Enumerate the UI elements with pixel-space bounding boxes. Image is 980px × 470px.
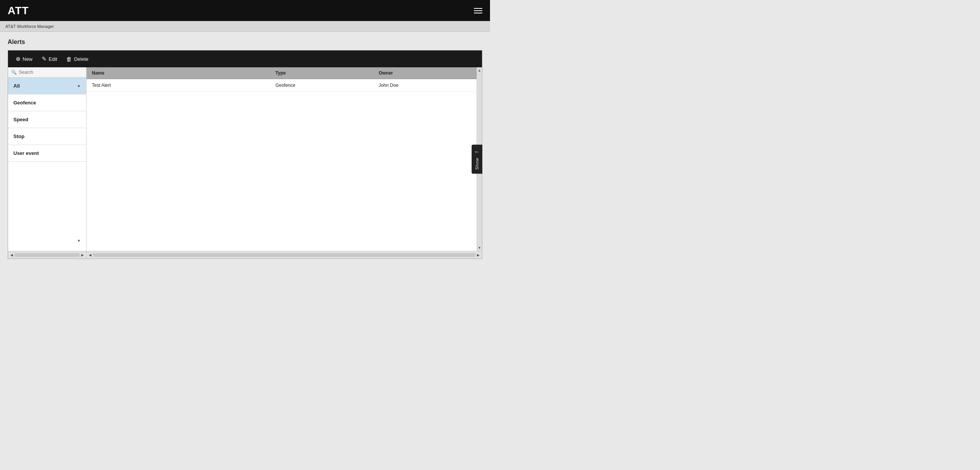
scroll-track-left[interactable] <box>15 253 80 257</box>
edit-label: Edit <box>49 56 57 62</box>
edit-icon: ✎ <box>42 55 47 62</box>
sidebar-item-stop[interactable]: Stop <box>8 128 86 145</box>
page-content: Alerts ⊕ New ✎ Edit 🗑 Delete 🔍 <box>0 32 490 266</box>
sidebar-item-geofence[interactable]: Geofence <box>8 94 86 111</box>
bottom-scroll-left: ◀ ▶ <box>8 251 87 259</box>
col-header-name: Name <box>87 67 270 79</box>
hamburger-line-1 <box>474 8 482 9</box>
sidebar-item-all[interactable]: All <box>8 78 86 94</box>
show-panel-label: Show <box>475 158 479 170</box>
sidebar-scroll-down-button[interactable]: ▼ <box>76 238 82 243</box>
sidebar-item-speed[interactable]: Speed <box>8 111 86 128</box>
new-button[interactable]: ⊕ New <box>13 54 36 64</box>
show-panel[interactable]: ← Show <box>472 145 482 174</box>
scroll-track-right[interactable] <box>93 253 475 257</box>
left-sidebar: 🔍 ▲ All Geofence Speed Stop User event ▼ <box>8 67 87 251</box>
row-type: Geofence <box>270 79 373 91</box>
row-name: Test Alert <box>87 79 270 91</box>
breadcrumb-text: AT&T Workforce Manager <box>5 24 54 29</box>
hamburger-line-3 <box>474 13 482 13</box>
search-input[interactable] <box>19 70 83 75</box>
edit-button[interactable]: ✎ Edit <box>39 54 60 64</box>
table-row[interactable]: Test Alert Geofence John Doe <box>87 79 477 92</box>
new-label: New <box>23 56 33 62</box>
sidebar-item-user-event[interactable]: User event <box>8 145 86 162</box>
new-icon: ⊕ <box>16 55 21 62</box>
scroll-down-arrow[interactable]: ▼ <box>477 246 482 250</box>
logo: ATT <box>8 5 29 17</box>
scroll-left-btn[interactable]: ◀ <box>10 253 14 257</box>
hamburger-menu-button[interactable] <box>474 8 482 13</box>
table-header: Name Type Owner <box>87 67 477 79</box>
col-header-type: Type <box>270 67 373 79</box>
main-panel: ⊕ New ✎ Edit 🗑 Delete 🔍 ▲ <box>8 50 482 259</box>
bottom-scroll-right: ◀ ▶ <box>87 251 482 259</box>
sidebar-scroll-up-button[interactable]: ▲ <box>76 83 82 88</box>
bottom-scroll-area: ◀ ▶ ◀ ▶ <box>8 251 482 259</box>
toolbar: ⊕ New ✎ Edit 🗑 Delete <box>8 50 482 67</box>
delete-icon: 🗑 <box>66 56 72 62</box>
delete-button[interactable]: 🗑 Delete <box>63 54 91 64</box>
row-owner: John Doe <box>373 79 477 91</box>
hamburger-line-2 <box>474 10 482 11</box>
show-panel-arrow-icon: ← <box>474 148 480 155</box>
page-title: Alerts <box>8 39 482 46</box>
content-area: 🔍 ▲ All Geofence Speed Stop User event ▼… <box>8 67 482 251</box>
search-icon: 🔍 <box>11 70 17 75</box>
breadcrumb: AT&T Workforce Manager <box>0 21 490 32</box>
table-body: Test Alert Geofence John Doe <box>87 79 477 251</box>
table-area: Name Type Owner Test Alert Geofence John… <box>87 67 477 251</box>
sidebar-list: All Geofence Speed Stop User event <box>8 78 86 251</box>
delete-label: Delete <box>74 56 88 62</box>
scroll-left-btn-right[interactable]: ◀ <box>88 253 92 257</box>
search-box[interactable]: 🔍 <box>8 67 86 78</box>
col-header-owner: Owner <box>373 67 477 79</box>
scroll-right-btn[interactable]: ▶ <box>80 253 85 257</box>
scroll-right-btn-right[interactable]: ▶ <box>476 253 480 257</box>
top-header: ATT <box>0 0 490 21</box>
scroll-up-arrow[interactable]: ▲ <box>477 68 482 73</box>
